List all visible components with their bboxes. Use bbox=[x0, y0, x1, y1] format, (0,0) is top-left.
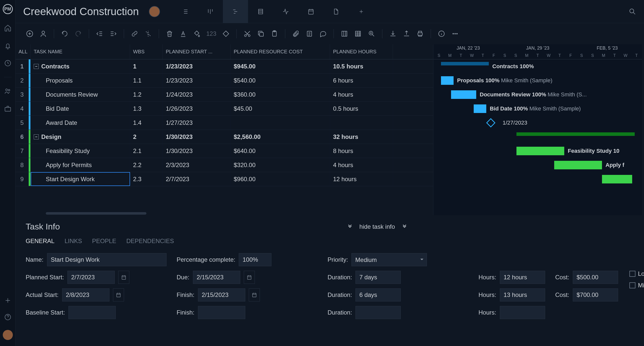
col-hours[interactable]: PLANNED HOURS bbox=[330, 44, 393, 59]
gantt-row[interactable]: Contracts100% bbox=[433, 59, 642, 73]
clock-icon[interactable] bbox=[4, 59, 12, 67]
col-all[interactable]: ALL bbox=[16, 44, 31, 59]
task-name-cell[interactable]: Bid Date bbox=[31, 102, 130, 116]
planned-cost-field[interactable] bbox=[573, 271, 618, 284]
gantt-row[interactable]: Apply f bbox=[433, 158, 642, 172]
task-name-cell[interactable]: Documents Review bbox=[31, 88, 130, 101]
tab-links[interactable]: LINKS bbox=[65, 238, 82, 245]
task-name-cell[interactable]: Award Date bbox=[31, 116, 130, 130]
actual-start-field[interactable] bbox=[62, 288, 109, 301]
table-row[interactable]: 2 Proposals 1.1 1/23/2023 $540.00 6 hour… bbox=[16, 73, 433, 88]
baseline-start-field[interactable] bbox=[68, 306, 116, 319]
task-name-cell[interactable]: −Contracts bbox=[31, 59, 130, 73]
text-color-icon[interactable] bbox=[179, 30, 187, 38]
planned-start-field[interactable] bbox=[67, 271, 115, 284]
copy-icon[interactable] bbox=[257, 30, 265, 38]
actual-hours-field[interactable] bbox=[500, 288, 545, 301]
project-avatar[interactable] bbox=[149, 6, 160, 17]
actual-duration-field[interactable] bbox=[355, 288, 401, 301]
attachment-icon[interactable] bbox=[292, 30, 300, 38]
briefcase-icon[interactable] bbox=[4, 105, 12, 112]
milestone-checkbox[interactable]: Milestone bbox=[629, 282, 644, 289]
unlink-icon[interactable] bbox=[144, 30, 152, 38]
table-hscroll[interactable] bbox=[16, 212, 433, 215]
gantt-row[interactable]: Bid Date100%Mike Smith (Sample) bbox=[433, 102, 642, 116]
user-avatar[interactable] bbox=[3, 330, 13, 340]
app-logo[interactable]: PM bbox=[3, 4, 13, 14]
table-row[interactable]: 3 Documents Review 1.2 1/24/2023 $360.00… bbox=[16, 88, 433, 102]
table-row[interactable]: 1 −Contracts 1 1/23/2023 $945.00 10.5 ho… bbox=[16, 59, 433, 73]
view-activity-icon[interactable] bbox=[273, 0, 298, 23]
grid-icon[interactable] bbox=[354, 30, 362, 38]
view-list-icon[interactable] bbox=[173, 0, 198, 23]
col-start[interactable]: PLANNED START ... bbox=[163, 44, 231, 59]
outdent-icon[interactable] bbox=[96, 30, 104, 38]
more-icon[interactable] bbox=[451, 30, 459, 38]
paste-icon[interactable] bbox=[270, 30, 278, 38]
gantt-bar[interactable] bbox=[451, 90, 476, 99]
help-icon[interactable] bbox=[4, 313, 12, 321]
collapse-left-icon[interactable] bbox=[347, 224, 353, 230]
task-name-cell[interactable]: Start Design Work bbox=[31, 172, 130, 186]
tab-people[interactable]: PEOPLE bbox=[92, 238, 116, 245]
view-sheet-icon[interactable] bbox=[248, 0, 273, 23]
finish-field[interactable] bbox=[198, 288, 245, 301]
view-add-icon[interactable] bbox=[349, 0, 374, 23]
task-name-cell[interactable]: Apply for Permits bbox=[31, 158, 130, 172]
planned-hours-field[interactable] bbox=[500, 271, 545, 284]
priority-select[interactable]: Medium bbox=[351, 253, 427, 266]
columns-icon[interactable] bbox=[340, 30, 348, 38]
col-cost[interactable]: PLANNED RESOURCE COST bbox=[231, 44, 330, 59]
table-row[interactable]: 8 Apply for Permits 2.2 2/3/2023 $320.00… bbox=[16, 158, 433, 172]
view-calendar-icon[interactable] bbox=[298, 0, 324, 23]
export-icon[interactable] bbox=[403, 30, 411, 38]
gantt-bar[interactable] bbox=[474, 104, 486, 113]
due-field[interactable] bbox=[193, 271, 240, 284]
plus-icon[interactable] bbox=[4, 297, 12, 304]
collapse-icon[interactable]: − bbox=[34, 64, 39, 69]
calendar-icon[interactable] bbox=[244, 271, 255, 284]
milestone-marker[interactable] bbox=[486, 118, 496, 128]
locked-checkbox[interactable]: Locked bbox=[629, 270, 644, 277]
info-icon[interactable] bbox=[437, 30, 446, 38]
col-wbs[interactable]: WBS bbox=[130, 44, 163, 59]
baseline-finish-field[interactable] bbox=[198, 306, 245, 319]
collapse-icon[interactable]: − bbox=[34, 134, 39, 139]
milestone-diamond-icon[interactable] bbox=[222, 30, 230, 38]
table-row[interactable]: 5 Award Date 1.4 1/27/2023 bbox=[16, 116, 433, 130]
gantt-bar[interactable] bbox=[441, 76, 454, 85]
baseline-duration-field[interactable] bbox=[355, 306, 401, 319]
comment-icon[interactable] bbox=[319, 30, 327, 38]
cut-icon[interactable] bbox=[243, 30, 251, 38]
gantt-row[interactable]: Proposals100%Mike Smith (Sample) bbox=[433, 73, 642, 88]
table-row[interactable]: 4 Bid Date 1.3 1/26/2023 $45.00 0.5 hour… bbox=[16, 102, 433, 116]
collapse-right-icon[interactable] bbox=[401, 224, 408, 230]
calendar-icon[interactable] bbox=[118, 271, 129, 284]
actual-cost-field[interactable] bbox=[573, 288, 618, 301]
print-icon[interactable] bbox=[416, 30, 424, 38]
view-gantt-icon[interactable] bbox=[223, 0, 248, 23]
task-name-cell[interactable]: −Design bbox=[31, 130, 130, 144]
calendar-icon[interactable] bbox=[113, 288, 124, 301]
gantt-bar[interactable] bbox=[441, 62, 489, 65]
baseline-hours-field[interactable] bbox=[500, 306, 545, 319]
tab-dependencies[interactable]: DEPENDENCIES bbox=[126, 238, 174, 245]
task-name-cell[interactable]: Proposals bbox=[31, 73, 130, 87]
fill-icon[interactable] bbox=[193, 30, 201, 38]
hide-task-info-button[interactable]: hide task info bbox=[359, 223, 395, 230]
gantt-row[interactable]: Feasibility Study10 bbox=[433, 144, 642, 158]
add-task-icon[interactable] bbox=[26, 30, 34, 38]
planned-duration-field[interactable] bbox=[355, 271, 401, 284]
gantt-row[interactable] bbox=[433, 130, 642, 144]
table-row[interactable]: 9 Start Design Work 2.3 2/7/2023 $960.00… bbox=[16, 172, 433, 186]
bell-icon[interactable] bbox=[4, 42, 12, 49]
people-icon[interactable] bbox=[4, 87, 12, 95]
zoom-in-icon[interactable] bbox=[368, 30, 376, 38]
gantt-bar[interactable] bbox=[602, 175, 632, 183]
view-file-icon[interactable] bbox=[324, 0, 349, 23]
pct-field[interactable] bbox=[239, 253, 271, 266]
gantt-row[interactable]: Documents Review100%Mike Smith (S... bbox=[433, 88, 642, 102]
name-field[interactable] bbox=[47, 253, 167, 266]
undo-icon[interactable] bbox=[61, 30, 69, 38]
tab-general[interactable]: GENERAL bbox=[26, 238, 55, 245]
